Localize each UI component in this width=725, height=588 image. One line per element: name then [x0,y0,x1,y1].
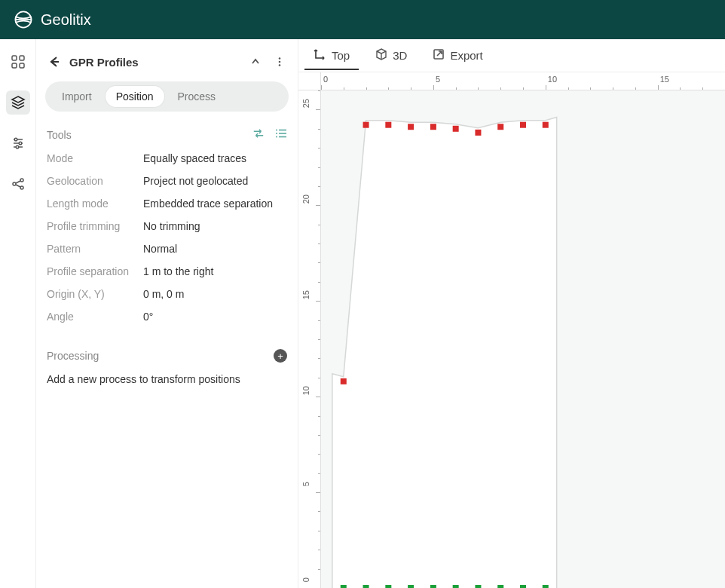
svg-point-5 [14,138,17,141]
property-value: 0 m, 0 m [143,288,184,300]
rail-apps-icon[interactable] [6,50,30,74]
main-area: Top3DExport 051015 0510152025 [298,39,725,588]
canvas[interactable]: 051015 0510152025 [298,72,725,588]
svg-point-16 [276,136,277,138]
property-row[interactable]: Profile trimmingNo trimming [45,215,289,237]
sidebar: GPR Profiles ImportPositionProcess Tools… [36,39,298,588]
view-tab-3d[interactable]: 3D [366,42,416,69]
view-tab-label: Top [332,49,350,62]
view-tab-export[interactable]: Export [424,42,491,69]
tools-section-label: Tools [47,129,72,141]
property-value: Embedded trace separation [143,198,273,210]
property-row[interactable]: Length modeEmbedded trace separation [45,192,289,215]
svg-point-15 [276,133,277,134]
list-icon[interactable] [275,128,287,141]
property-value: Project not geolocated [143,175,248,187]
topbar: Geolitix [0,0,725,39]
collapse-button[interactable] [246,53,265,71]
processing-section-label: Processing [47,350,99,362]
svg-rect-25 [385,585,391,588]
more-menu-button[interactable] [271,53,289,71]
svg-point-9 [20,179,23,182]
svg-point-7 [16,145,19,149]
view-tab-label: Export [450,49,482,62]
ruler-horizontal: 051015 [321,72,725,90]
sidebar-tab-import[interactable]: Import [51,86,102,107]
sidebar-tabs: ImportPositionProcess [45,81,289,112]
property-key: Profile separation [47,265,143,277]
rail-share-icon[interactable] [6,172,30,196]
property-row[interactable]: ModeEqually spaced traces [45,147,289,170]
property-value: No trimming [143,220,200,232]
svg-point-11 [279,57,281,60]
svg-rect-22 [363,585,369,588]
svg-rect-23 [363,122,369,128]
property-key: Length mode [47,198,143,210]
view-tab-label: 3D [393,49,407,62]
export-icon [433,48,445,63]
view-tabs: Top3DExport [298,39,725,72]
brand-icon [14,10,33,29]
ruler-vertical: 0510152025 [298,90,321,588]
svg-rect-34 [453,585,459,588]
property-row[interactable]: Origin (X, Y)0 m, 0 m [45,283,289,305]
svg-rect-37 [475,585,481,588]
svg-rect-1 [12,56,17,60]
svg-point-8 [13,182,16,185]
property-value: Normal [143,243,177,255]
svg-point-10 [20,186,23,189]
property-key: Geolocation [47,175,143,187]
property-value: 1 m to the right [143,265,213,277]
rail-layers-icon[interactable] [6,90,30,115]
svg-rect-19 [341,585,347,588]
processing-hint: Add a new process to transform positions [45,366,289,393]
svg-point-14 [276,130,277,131]
svg-rect-35 [453,126,459,132]
sidebar-title: GPR Profiles [69,56,240,69]
properties-list: ModeEqually spaced tracesGeolocationProj… [45,147,289,328]
property-row[interactable]: Profile separation1 m to the right [45,260,289,283]
property-value: Equally spaced traces [143,152,246,164]
svg-rect-46 [543,585,549,588]
back-button[interactable] [45,53,63,71]
svg-rect-40 [497,585,503,588]
sidebar-tab-position[interactable]: Position [106,86,164,107]
property-row[interactable]: GeolocationProject not geolocated [45,170,289,192]
view-tab-top[interactable]: Top [304,41,359,70]
swap-icon[interactable] [252,128,265,141]
brand-logo: Geolitix [14,10,91,29]
ruler-corner [298,72,321,90]
property-key: Angle [47,311,143,323]
svg-rect-44 [520,122,526,128]
property-key: Mode [47,152,143,164]
svg-rect-3 [12,63,17,68]
svg-rect-2 [20,56,24,60]
svg-rect-20 [341,378,347,384]
add-process-button[interactable]: + [274,349,287,363]
property-key: Origin (X, Y) [47,288,143,300]
svg-rect-28 [408,585,414,588]
left-rail [0,39,36,588]
svg-rect-32 [430,124,436,130]
svg-rect-29 [408,124,414,130]
svg-point-12 [279,61,281,63]
property-key: Profile trimming [47,220,143,232]
property-key: Pattern [47,243,143,255]
property-value: 0° [143,311,153,323]
plot-area[interactable] [321,90,725,588]
property-row[interactable]: PatternNormal [45,237,289,260]
property-row[interactable]: Angle0° [45,305,289,328]
svg-rect-47 [543,122,549,128]
rail-sliders-icon[interactable] [6,131,30,155]
brand-name: Geolitix [41,11,91,29]
sidebar-tab-process[interactable]: Process [167,86,227,107]
svg-rect-41 [497,124,503,130]
svg-point-13 [279,64,281,66]
svg-point-6 [19,142,22,145]
svg-rect-38 [475,130,481,136]
svg-rect-43 [520,585,526,588]
axes-icon [314,47,326,63]
svg-rect-4 [20,63,24,68]
cube-icon [375,48,387,63]
svg-rect-31 [430,585,436,588]
